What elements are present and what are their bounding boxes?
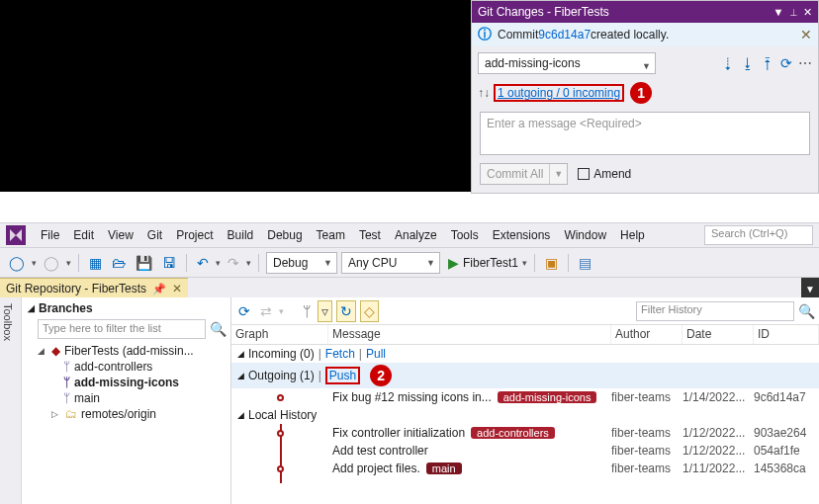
branches-header[interactable]: ◢ Branches	[22, 297, 230, 319]
branch-name: add-missing-icons	[485, 56, 581, 70]
vs-logo-icon	[6, 225, 26, 245]
config-selector[interactable]: Debug▼	[266, 252, 337, 274]
branch-selector-row: add-missing-icons ▼ ⭭ ⭳ ⭱ ⟳ ⋯	[472, 46, 818, 80]
search-icon[interactable]: 🔍	[210, 321, 227, 337]
menu-team[interactable]: Team	[310, 228, 352, 242]
commit-row[interactable]: Fix bug #12 missing icons in...add-missi…	[231, 388, 819, 406]
push-icon[interactable]: ⭱	[761, 55, 774, 71]
pull-link[interactable]: Pull	[366, 347, 386, 361]
menubar: File Edit View Git Project Build Debug T…	[0, 223, 819, 247]
branch-badge: add-missing-icons	[498, 391, 597, 403]
col-message[interactable]: Message	[328, 325, 611, 344]
filter-toggle-2[interactable]: ↻	[336, 300, 356, 322]
outgoing-incoming-link[interactable]: 1 outgoing / 0 incoming	[494, 84, 624, 102]
pin-icon[interactable]: ⟂	[790, 6, 797, 18]
incoming-group[interactable]: ◢Incoming (0) | Fetch | Pull	[231, 345, 819, 363]
commit-hash-link[interactable]: 9c6d14a7	[538, 28, 591, 42]
callout-1: 1	[630, 82, 652, 104]
push-link[interactable]: Push	[325, 367, 360, 384]
more-icon[interactable]: ⋯	[798, 55, 812, 71]
commit-row[interactable]: Fix controller initializationadd-control…	[231, 424, 819, 442]
git-repository-view: Toolbox ◢ Branches Type here to filter t…	[0, 297, 819, 504]
menu-tools[interactable]: Tools	[444, 228, 486, 242]
menu-build[interactable]: Build	[221, 228, 261, 242]
nav-back-icon[interactable]: ◯	[6, 253, 28, 273]
menu-debug[interactable]: Debug	[260, 228, 309, 242]
filter-toggle-3[interactable]: ◇	[360, 300, 379, 322]
close-icon[interactable]: ✕	[172, 282, 182, 295]
search-icon[interactable]: 🔍	[798, 303, 815, 319]
tool-icon-2[interactable]: ▤	[576, 253, 594, 273]
menu-help[interactable]: Help	[613, 228, 652, 242]
menu-edit[interactable]: Edit	[66, 228, 101, 242]
fetch-link[interactable]: Fetch	[325, 347, 355, 361]
menu-extensions[interactable]: Extensions	[486, 228, 558, 242]
col-id[interactable]: ID	[754, 325, 819, 344]
menu-view[interactable]: View	[101, 228, 140, 242]
editor-dark-area	[0, 0, 471, 192]
chevron-down-icon[interactable]: ▼	[550, 169, 567, 179]
history-pane: ⟳ ⇄▾ ᛘ ▿ ↻ ◇ Filter History 🔍 Graph Mess…	[231, 297, 819, 504]
branch-node-add-controllers[interactable]: ᛘadd-controllers	[38, 359, 230, 375]
search-input[interactable]: Search (Ctrl+Q)	[704, 225, 813, 245]
menu-window[interactable]: Window	[557, 228, 613, 242]
menu-project[interactable]: Project	[169, 228, 220, 242]
save-icon[interactable]: 💾	[133, 253, 155, 273]
new-file-icon[interactable]: ▦	[86, 253, 105, 273]
menu-git[interactable]: Git	[140, 228, 169, 242]
sync-icon[interactable]: ⟳	[780, 55, 792, 71]
branch-graph-icon[interactable]: ᛘ	[300, 301, 314, 321]
remotes-node[interactable]: ▷🗂remotes/origin	[38, 406, 230, 422]
info-text-prefix: Commit	[498, 28, 538, 42]
info-close-icon[interactable]: ✕	[800, 27, 812, 42]
filter-toggle-1[interactable]: ▿	[318, 300, 332, 322]
amend-checkbox[interactable]: Amend	[578, 167, 631, 181]
branch-node-main[interactable]: ᛘmain	[38, 390, 230, 406]
run-target[interactable]: FiberTest1	[463, 256, 518, 270]
branch-node-add-missing-icons[interactable]: ᛘadd-missing-icons	[38, 375, 230, 390]
commit-message-placeholder: Enter a message <Required>	[487, 117, 642, 130]
branch-selector[interactable]: add-missing-icons ▼	[478, 52, 656, 74]
git-changes-titlebar: Git Changes - FiberTests ▼ ⟂ ✕	[472, 1, 818, 23]
platform-selector[interactable]: Any CPU▼	[341, 252, 440, 274]
expand-icon[interactable]: ▼	[801, 278, 819, 299]
close-icon[interactable]: ✕	[803, 6, 812, 18]
pull-icon[interactable]: ⭳	[741, 55, 755, 71]
callout-2: 2	[370, 365, 392, 386]
commit-row[interactable]: Add test controller fiber-teams 1/12/202…	[231, 442, 819, 460]
nav-fwd-icon[interactable]: ◯	[41, 253, 62, 273]
redo-icon[interactable]: ↷	[225, 253, 242, 273]
main-toolbar: ◯▾ ◯▾ ▦ 🗁 💾 🖫 ↶▾ ↷▾ Debug▼ Any CPU▼ ▶ Fi…	[0, 247, 819, 277]
git-changes-title: Git Changes - FiberTests	[478, 1, 609, 23]
commit-message-input[interactable]: Enter a message <Required>	[480, 112, 810, 155]
repo-node[interactable]: ◢◆FiberTests (add-missin...	[38, 343, 230, 359]
col-graph[interactable]: Graph	[231, 325, 328, 344]
info-text-suffix: created locally.	[591, 28, 669, 42]
info-bar: ⓘ Commit 9c6d14a7 created locally. ✕	[472, 23, 818, 46]
checkbox-icon	[578, 168, 590, 180]
save-all-icon[interactable]: 🖫	[159, 253, 179, 273]
undo-icon[interactable]: ↶	[194, 253, 212, 273]
commit-all-button[interactable]: Commit All ▼	[480, 163, 568, 185]
fetch-icon[interactable]: ⭭	[721, 55, 735, 71]
branch-filter-input[interactable]: Type here to filter the list	[38, 319, 206, 339]
local-history-group[interactable]: ◢Local History	[231, 406, 819, 424]
col-author[interactable]: Author	[611, 325, 682, 344]
toolbox-sidebar[interactable]: Toolbox	[0, 297, 22, 504]
tool-icon-1[interactable]: ▣	[542, 253, 561, 273]
tab-git-repository[interactable]: Git Repository - FiberTests 📌 ✕	[0, 278, 188, 299]
history-filter-input[interactable]: Filter History	[636, 301, 794, 321]
menu-analyze[interactable]: Analyze	[388, 228, 444, 242]
open-file-icon[interactable]: 🗁	[109, 253, 129, 273]
dropdown-icon[interactable]: ▼	[773, 6, 783, 18]
menu-file[interactable]: File	[34, 228, 66, 242]
outgoing-group[interactable]: ◢Outgoing (1) | Push 2	[231, 363, 819, 388]
commit-row[interactable]: Add project files.main fiber-teams 1/11/…	[231, 460, 819, 477]
refresh-icon[interactable]: ⟳	[235, 301, 253, 321]
compare-icon[interactable]: ⇄	[257, 301, 275, 321]
document-tabbar: Git Repository - FiberTests 📌 ✕ ▼	[0, 277, 819, 298]
menu-test[interactable]: Test	[352, 228, 388, 242]
col-date[interactable]: Date	[682, 325, 754, 344]
pin-icon[interactable]: 📌	[152, 283, 166, 295]
start-icon[interactable]: ▶	[448, 255, 459, 271]
